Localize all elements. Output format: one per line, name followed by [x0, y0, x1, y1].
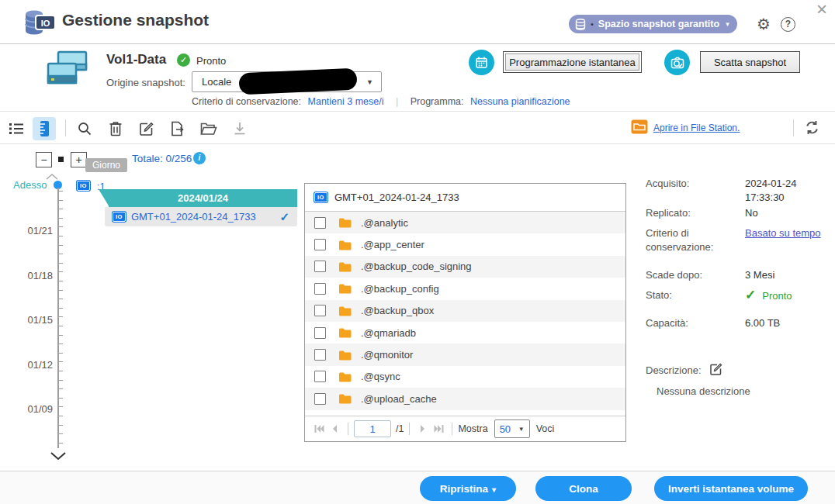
folder-icon	[338, 327, 352, 338]
folder-checkbox[interactable]	[314, 349, 326, 361]
settings-gear-icon[interactable]: ⚙	[757, 16, 771, 33]
info-icon[interactable]: i	[193, 152, 206, 164]
schedule-snapshot-button[interactable]: Programmazione istantanea	[503, 51, 642, 73]
timeline-zoom-out-button[interactable]: −	[36, 152, 52, 167]
page-number-input[interactable]	[354, 420, 391, 437]
folder-checkbox[interactable]	[314, 261, 326, 272]
folder-row[interactable]: .@qmariadb	[305, 322, 625, 343]
timeline-zoom-slider-handle[interactable]	[58, 157, 64, 162]
retention-policy-link[interactable]: Basato su tempo	[745, 227, 821, 239]
folder-row[interactable]: .@analytic	[305, 212, 625, 233]
guaranteed-space-label: Spazio snapshot garantito	[598, 19, 719, 29]
next-page-icon[interactable]	[415, 421, 431, 437]
folder-name: .@upload_cache	[361, 393, 437, 405]
description-empty-text: Nessuna descrizione	[657, 385, 750, 397]
take-snapshot-button[interactable]: Scatta snapshot	[700, 51, 800, 73]
acquired-value: 2024-01-24 17:33:30	[745, 177, 826, 205]
snapshot-details-panel: Acquisito: 2024-01-24 17:33:30 Replicato…	[646, 144, 826, 471]
folder-checkbox[interactable]	[314, 327, 326, 339]
open-in-file-station-link[interactable]: Aprire in File Station.	[653, 123, 740, 133]
status-check-icon: ✓	[745, 288, 756, 302]
folder-name: .@analytic	[361, 217, 408, 229]
detail-row: Acquisito: 2024-01-24 17:33:30	[646, 177, 826, 205]
status-label: Stato:	[646, 288, 745, 303]
timeline-date: 01/21	[14, 225, 53, 236]
page-title: Gestione snapshot	[62, 11, 209, 29]
delete-trash-icon[interactable]	[106, 119, 126, 139]
folder-icon	[338, 261, 352, 272]
folder-list: .@analytic .@app_center .@backup_code_si…	[305, 212, 625, 410]
folder-checkbox[interactable]	[314, 371, 326, 382]
folder-row[interactable]: .@backup_code_signing	[305, 256, 625, 278]
svg-text:IO: IO	[41, 19, 50, 28]
timeline-view-icon[interactable]	[33, 117, 56, 140]
selected-check-icon: ✓	[279, 210, 289, 224]
folder-checkbox[interactable]	[314, 283, 326, 295]
acquired-label: Acquisito:	[646, 177, 745, 205]
pager-separator	[348, 423, 348, 435]
guaranteed-space-button[interactable]: • Spazio snapshot garantito ▾	[569, 15, 737, 33]
retention-link[interactable]: Mantieni 3 mese/i	[308, 96, 384, 107]
origin-select[interactable]: Locale ▼	[192, 71, 382, 92]
caret-down-icon: ▾	[726, 20, 729, 28]
folder-icon	[338, 393, 352, 404]
folder-row[interactable]: .@backup_config	[305, 278, 625, 299]
retention-policy-label: Criterio di conservazione:	[646, 226, 745, 254]
volume-section: Vol1-Data ✓ Pronto Origine snapshot: Loc…	[0, 44, 835, 112]
refresh-icon[interactable]	[804, 119, 820, 139]
last-page-icon[interactable]	[431, 421, 446, 437]
folder-row[interactable]: .@app_center	[305, 233, 625, 255]
help-icon[interactable]: ?	[781, 17, 795, 32]
folder-name: .@backup_config	[361, 283, 439, 295]
edit-icon[interactable]	[137, 119, 157, 139]
folder-checkbox[interactable]	[314, 239, 326, 250]
close-icon[interactable]: ×	[816, 0, 827, 19]
page-size-select[interactable]: 50 ▼	[494, 419, 530, 438]
file-browser-panel: IO GMT+01_2024-01-24_1733 .@analytic .@a…	[304, 183, 626, 442]
clone-button[interactable]: Clona	[535, 476, 632, 501]
schedule-link[interactable]: Nessuna pianificazione	[470, 96, 570, 107]
folder-checkbox[interactable]	[314, 393, 326, 405]
group-pointer	[99, 189, 109, 207]
folder-row[interactable]: .@upload_cache	[305, 388, 625, 409]
prev-page-icon[interactable]	[327, 421, 342, 437]
snapshot-group-header[interactable]: 2024/01/24	[109, 189, 297, 207]
file-station-folder-icon[interactable]	[631, 119, 648, 137]
capacity-value: 6.00 TB	[745, 316, 826, 330]
folder-name: .@backup_code_signing	[361, 261, 472, 272]
first-page-icon[interactable]	[311, 421, 327, 437]
folder-checkbox[interactable]	[314, 305, 326, 316]
folder-checkbox[interactable]	[314, 217, 326, 229]
search-icon[interactable]	[74, 119, 95, 139]
restore-button[interactable]: Ripristina▾	[420, 476, 516, 501]
show-label: Mostra	[458, 423, 487, 434]
edit-description-icon[interactable]	[709, 362, 723, 378]
volume-name: Vol1-Data	[106, 52, 166, 67]
volume-status: Pronto	[196, 55, 226, 67]
database-icon	[575, 19, 586, 30]
folder-row[interactable]: .@qsync	[305, 366, 625, 388]
export-icon[interactable]	[168, 119, 188, 139]
folder-row[interactable]: .@qmonitor	[305, 343, 625, 365]
snapshot-io-badge: IO	[113, 212, 126, 222]
folder-icon	[338, 240, 352, 250]
folder-icon	[338, 371, 352, 382]
schedule-calendar-icon[interactable]	[469, 50, 494, 75]
detail-row: Capacità: 6.00 TB	[646, 316, 826, 330]
snapshot-manager-window: IO Gestione snapshot • Spazio snapshot g…	[0, 0, 835, 504]
open-folder-icon[interactable]	[199, 119, 219, 139]
folder-row[interactable]: .@backup_qbox	[305, 300, 625, 322]
select-caret-icon: ▼	[518, 426, 525, 433]
take-snapshot-camera-icon[interactable]	[664, 50, 690, 75]
revert-volume-button[interactable]: Inverti istantanea volume	[654, 476, 808, 501]
toolbar: Aprire in File Station.	[0, 112, 835, 144]
folder-icon	[338, 350, 352, 361]
download-icon[interactable]	[230, 119, 250, 139]
folder-icon	[338, 217, 352, 228]
file-panel-header: IO GMT+01_2024-01-24_1733	[305, 184, 625, 212]
timeline-date: 01/18	[14, 270, 53, 281]
list-view-icon[interactable]	[6, 119, 26, 139]
timeline-zoom-in-button[interactable]: +	[71, 152, 87, 167]
timeline-scroll-down-icon[interactable]	[50, 450, 67, 464]
snapshot-list-item-selected[interactable]: IO GMT+01_2024-01-24_1733 ✓	[105, 207, 297, 226]
